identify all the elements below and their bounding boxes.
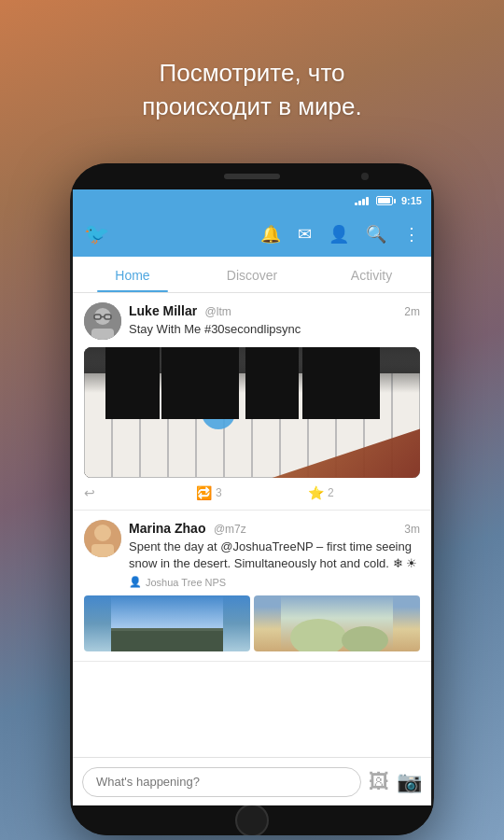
retweet-icon: 🔁 bbox=[196, 485, 212, 500]
tweet-1-media[interactable]: ▶ bbox=[84, 347, 420, 478]
tweet-1-meta: Luke Millar @ltm 2m Stay With Me #30seco… bbox=[129, 302, 420, 338]
like-count: 2 bbox=[328, 486, 334, 499]
add-user-icon[interactable]: 👤 bbox=[329, 224, 349, 245]
tagline-line1: Посмотрите, что bbox=[160, 59, 345, 87]
tweet-2-header: Marina Zhao @m7z 3m Spent the day at @Jo… bbox=[84, 520, 420, 588]
tweet-image-1[interactable] bbox=[84, 595, 250, 651]
tagline: Посмотрите, что происходит в мире. bbox=[0, 56, 504, 124]
tweet-1-avatar bbox=[84, 302, 121, 340]
svg-rect-2 bbox=[91, 329, 114, 340]
battery-icon bbox=[376, 196, 393, 205]
status-bar: 9:15 bbox=[73, 189, 431, 212]
tweet-2-handle: @m7z bbox=[214, 523, 246, 536]
toolbar-icons: 🔔 ✉ 👤 🔍 ⋮ bbox=[260, 224, 420, 245]
tweet-2-avatar bbox=[84, 520, 121, 557]
image-attach-icon[interactable]: 🖼 bbox=[369, 770, 389, 794]
messages-icon[interactable]: ✉ bbox=[298, 224, 312, 245]
tweet-1-header: Luke Millar @ltm 2m Stay With Me #30seco… bbox=[84, 302, 420, 340]
piano-image bbox=[84, 347, 420, 478]
like-action[interactable]: ⭐ 2 bbox=[308, 485, 420, 500]
retweet-action[interactable]: 🔁 3 bbox=[196, 485, 308, 500]
svg-rect-11 bbox=[111, 631, 223, 651]
phone-top-bar bbox=[70, 163, 434, 189]
reply-icon: ↩ bbox=[84, 485, 95, 500]
phone-camera bbox=[361, 173, 369, 180]
compose-bar: 🖼 📷 bbox=[73, 757, 431, 805]
tweet-2-meta: Marina Zhao @m7z 3m Spent the day at @Jo… bbox=[129, 520, 420, 588]
tweet-image-2[interactable] bbox=[254, 595, 420, 651]
camera-icon[interactable]: 📷 bbox=[397, 770, 422, 794]
phone-screen: 9:15 🐦 🔔 ✉ 👤 🔍 ⋮ Home Discover Activity bbox=[73, 189, 431, 805]
svg-rect-8 bbox=[91, 544, 114, 557]
tagline-line2: происходит в мире. bbox=[142, 92, 362, 120]
phone-frame: 9:15 🐦 🔔 ✉ 👤 🔍 ⋮ Home Discover Activity bbox=[70, 163, 434, 835]
tweet-2-time: 3m bbox=[404, 523, 420, 536]
twitter-logo-icon: 🐦 bbox=[84, 222, 109, 246]
tweet-1-name: Luke Millar bbox=[129, 303, 197, 318]
home-button[interactable] bbox=[235, 804, 269, 835]
phone-speaker bbox=[224, 174, 280, 179]
compose-input[interactable] bbox=[82, 767, 361, 797]
tweet-2-location: 👤 Joshua Tree NPS bbox=[129, 576, 420, 588]
tweet-1-time: 2m bbox=[404, 305, 420, 318]
tab-discover[interactable]: Discover bbox=[192, 257, 312, 292]
like-icon: ⭐ bbox=[308, 485, 324, 500]
tweet-1-handle: @ltm bbox=[205, 305, 231, 318]
status-time: 9:15 bbox=[401, 195, 422, 206]
tweet-2: Marina Zhao @m7z 3m Spent the day at @Jo… bbox=[73, 511, 431, 662]
svg-point-7 bbox=[94, 525, 111, 541]
tweet-1-text: Stay With Me #30secondlipsync bbox=[129, 321, 420, 338]
search-icon[interactable]: 🔍 bbox=[366, 224, 386, 245]
notifications-icon[interactable]: 🔔 bbox=[260, 224, 281, 245]
tab-activity[interactable]: Activity bbox=[312, 257, 431, 292]
tweet-1-actions: ↩ 🔁 3 ⭐ 2 bbox=[84, 485, 420, 500]
tweet-feed: Luke Millar @ltm 2m Stay With Me #30seco… bbox=[73, 293, 431, 662]
navigation-tabs: Home Discover Activity bbox=[73, 257, 431, 293]
more-icon[interactable]: ⋮ bbox=[403, 224, 420, 245]
tweet-2-text: Spent the day at @JoshuaTreeNP – first t… bbox=[129, 539, 420, 572]
tweet-2-name: Marina Zhao bbox=[129, 521, 205, 536]
phone-bottom-bar bbox=[70, 805, 434, 835]
tweet-2-images[interactable] bbox=[84, 595, 420, 651]
location-icon: 👤 bbox=[129, 576, 142, 588]
twitter-toolbar: 🐦 🔔 ✉ 👤 🔍 ⋮ bbox=[73, 212, 431, 257]
tweet-1: Luke Millar @ltm 2m Stay With Me #30seco… bbox=[73, 293, 431, 511]
reply-action[interactable]: ↩ bbox=[84, 485, 196, 500]
retweet-count: 3 bbox=[216, 486, 222, 499]
tab-home[interactable]: Home bbox=[73, 257, 192, 292]
signal-icon bbox=[355, 197, 369, 205]
